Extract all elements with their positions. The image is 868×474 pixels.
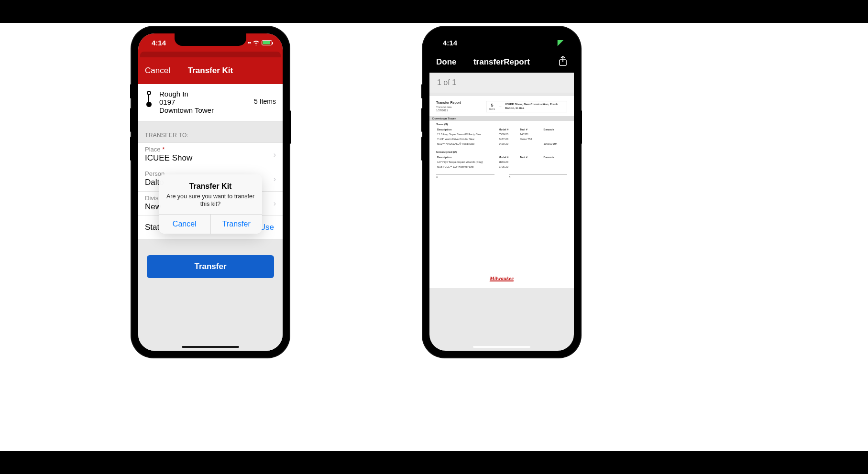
table-unassigned: Description Model # Tool # Barcode 1/2" … bbox=[436, 154, 567, 170]
alert-message: Are you sure you want to transfer this k… bbox=[165, 193, 255, 208]
table-row: 7-1/4" Worm Drive Circular Saw6477-20Dem… bbox=[437, 137, 566, 141]
destination-text: ICUEE Show, New Construction, Frank Dalt… bbox=[505, 103, 564, 110]
screen-left: 4:14 ▪▪ Cancel Transfer Kit Rough In bbox=[138, 33, 283, 351]
table-row: 15.0 Amp Super Sawzall® Recip Saw0538-20… bbox=[437, 132, 566, 136]
col-desc: Description bbox=[437, 128, 498, 131]
table-row: 1/2" High Torque Impact Wrench (Ring)286… bbox=[437, 160, 566, 164]
alert-cancel-button[interactable]: Cancel bbox=[159, 215, 211, 234]
signal-icon: ▪▪ bbox=[247, 39, 251, 46]
report-heading: Transfer Report bbox=[436, 101, 461, 104]
table-row: M18 FUEL™ 1/2" Hammer Drill2706-20 bbox=[437, 165, 566, 169]
phone-right: 4:14 ◤ Done transferReport 1 of 1 Transf… bbox=[423, 27, 581, 357]
table-saws: Description Model # Tool # Barcode 15.0 … bbox=[436, 127, 567, 147]
wifi-icon bbox=[253, 39, 260, 47]
home-indicator[interactable] bbox=[182, 346, 239, 348]
done-button[interactable]: Done bbox=[436, 57, 457, 67]
items-label: Items bbox=[489, 108, 495, 110]
col-barcode: Barcode bbox=[543, 128, 566, 131]
status-time: 4:14 bbox=[440, 39, 457, 47]
page-counter: 1 of 1 bbox=[429, 73, 574, 93]
location-band: Downtown Tower bbox=[429, 116, 574, 121]
table-row: M12™ HACKZALL® Recip Saw2420-2010001V1H4 bbox=[437, 142, 566, 146]
home-indicator[interactable] bbox=[473, 346, 530, 348]
report-date-label: Transfer date bbox=[436, 106, 461, 108]
alert-title: Transfer Kit bbox=[165, 182, 255, 191]
notch-icon bbox=[466, 33, 538, 46]
items-count: 5 bbox=[489, 103, 495, 108]
location-icon: ◤ bbox=[558, 38, 563, 47]
battery-icon bbox=[262, 40, 272, 45]
report-date: 1/27/2021 bbox=[436, 109, 461, 112]
signature-line: X bbox=[436, 174, 494, 178]
destination-box: 5 Items → ICUEE Show, New Construction, … bbox=[486, 101, 567, 112]
col-tool: Tool # bbox=[520, 128, 543, 131]
col-model: Model # bbox=[499, 128, 519, 131]
alert-confirm-button[interactable]: Transfer bbox=[211, 215, 263, 234]
share-button[interactable] bbox=[559, 56, 567, 68]
group-unassigned: Unassigned (2) bbox=[436, 151, 567, 153]
report-page: Transfer Report Transfer date 1/27/2021 … bbox=[429, 96, 574, 288]
nav-bar: Done transferReport bbox=[429, 52, 574, 73]
confirm-alert: Transfer Kit Are you sure you want to tr… bbox=[159, 174, 262, 234]
brand-logo: Milwaukee bbox=[490, 275, 514, 281]
phone-left: 4:14 ▪▪ Cancel Transfer Kit Rough In bbox=[132, 27, 289, 357]
notch-icon bbox=[175, 33, 246, 46]
status-time: 4:14 bbox=[149, 39, 166, 47]
arrow-right-icon: → bbox=[498, 104, 502, 109]
screen-right: 4:14 ◤ Done transferReport 1 of 1 Transf… bbox=[429, 33, 574, 351]
group-saws: Saws (3) bbox=[436, 123, 567, 126]
signature-line: X bbox=[509, 174, 567, 178]
document-viewer[interactable]: 1 of 1 Transfer Report Transfer date 1/2… bbox=[429, 73, 574, 351]
